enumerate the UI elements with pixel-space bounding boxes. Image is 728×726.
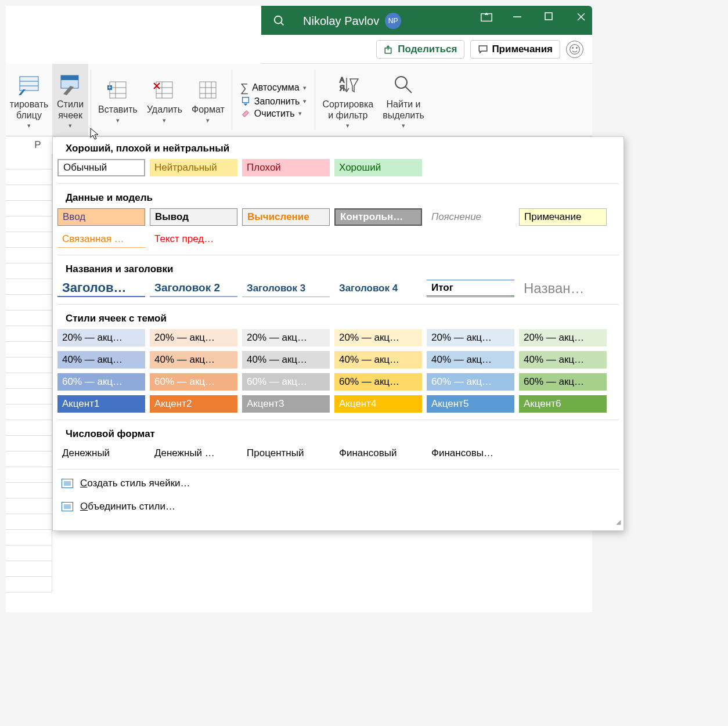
- style-heading2[interactable]: Заголовок 2: [150, 280, 237, 297]
- style-accent-c6-full[interactable]: Акцент6: [519, 395, 607, 413]
- section-title-number: Числовой формат: [53, 422, 624, 445]
- insert-button[interactable]: + Вставить ▾: [93, 64, 142, 136]
- resize-grip-icon[interactable]: ◢: [53, 518, 624, 528]
- style-heading1[interactable]: Заголов…: [57, 280, 145, 297]
- style-input[interactable]: Ввод: [57, 208, 145, 226]
- style-accent-c6-b60[interactable]: 60% — акц…: [519, 373, 607, 391]
- style-accent-c1-b40[interactable]: 40% — акц…: [57, 351, 145, 369]
- style-check[interactable]: Контрольн…: [334, 208, 422, 226]
- style-currency[interactable]: Денежный: [57, 445, 145, 462]
- style-accent-c2-b60[interactable]: 60% — акц…: [150, 373, 237, 391]
- style-financial[interactable]: Финансовый: [334, 445, 422, 462]
- style-accent-c5-b20[interactable]: 20% — акц…: [427, 329, 514, 346]
- user-name: Nikolay Pavlov: [303, 15, 379, 28]
- style-accent-c4-b40[interactable]: 40% — акц…: [334, 351, 422, 369]
- fill-down-icon: [240, 96, 251, 107]
- style-accent-c2-b40[interactable]: 40% — акц…: [150, 351, 237, 369]
- style-currency0[interactable]: Денежный …: [150, 445, 237, 462]
- svg-point-10: [572, 47, 574, 48]
- chevron-down-icon: ▾: [402, 122, 405, 129]
- chevron-down-icon: ▾: [346, 122, 349, 129]
- autosum-button[interactable]: ∑ Автосумма ▾: [240, 81, 307, 95]
- style-accent-c5-b40[interactable]: 40% — акц…: [427, 351, 514, 369]
- editing-group: ∑ Автосумма ▾ Заполнить ▾ Очистить ▾: [235, 64, 313, 136]
- svg-line-39: [405, 86, 412, 93]
- close-button[interactable]: [576, 12, 586, 23]
- search-icon[interactable]: [273, 15, 286, 27]
- app-window: Nikolay Pavlov NP Поделиться: [6, 6, 592, 612]
- style-accent-c1-b60[interactable]: 60% — акц…: [57, 373, 145, 391]
- fill-label: Заполнить: [254, 96, 300, 107]
- cell-styles-button[interactable]: Стили ячеек ▾: [52, 64, 88, 136]
- feedback-icon[interactable]: [566, 41, 583, 58]
- style-accent-c5-b60[interactable]: 60% — акц…: [427, 373, 514, 391]
- svg-rect-29: [200, 82, 216, 98]
- svg-rect-16: [61, 75, 78, 80]
- format-as-table-button[interactable]: тировать блицу ▾: [6, 64, 52, 136]
- merge-styles-icon: [62, 502, 73, 511]
- maximize-button[interactable]: [544, 12, 561, 23]
- svg-line-1: [281, 23, 284, 26]
- user-account[interactable]: Nikolay Pavlov NP: [303, 13, 401, 29]
- style-accent-c4-full[interactable]: Акцент4: [334, 395, 422, 413]
- share-button[interactable]: Поделиться: [376, 40, 464, 59]
- style-accent-c5-full[interactable]: Акцент5: [427, 395, 514, 413]
- ribbon: тировать блицу ▾ Стили ячеек ▾ + Вставит…: [6, 64, 592, 136]
- chevron-down-icon: ▾: [69, 122, 72, 129]
- style-total[interactable]: Итог: [427, 280, 514, 297]
- cell-styles-label: Стили ячеек: [57, 99, 84, 121]
- style-neutral[interactable]: Нейтральный: [150, 159, 237, 176]
- column-header-p[interactable]: P: [23, 139, 52, 151]
- style-heading4[interactable]: Заголовок 4: [334, 280, 422, 297]
- style-explanation[interactable]: Пояснение: [427, 208, 514, 226]
- style-accent-c6-b40[interactable]: 40% — акц…: [519, 351, 607, 369]
- style-accent-c3-b20[interactable]: 20% — акц…: [242, 329, 330, 346]
- style-accent-c2-full[interactable]: Акцент2: [150, 395, 237, 413]
- new-style-button[interactable]: Создать стиль ячейки…: [53, 472, 624, 495]
- style-accent-c1-b20[interactable]: 20% — акц…: [57, 329, 145, 346]
- style-accent-c6-b20[interactable]: 20% — акц…: [519, 329, 607, 346]
- style-title[interactable]: Назван…: [519, 280, 607, 297]
- style-linked[interactable]: Связанная …: [57, 230, 145, 248]
- find-select-button[interactable]: Найти и выделить ▾: [378, 64, 429, 136]
- fill-button[interactable]: Заполнить ▾: [240, 96, 307, 107]
- style-note[interactable]: Примечание: [519, 208, 607, 226]
- sort-filter-button[interactable]: АЯ Сортировка и фильтр ▾: [318, 64, 378, 136]
- minimize-button[interactable]: [512, 12, 529, 23]
- chevron-down-icon: ▾: [163, 117, 166, 124]
- style-accent-c2-b20[interactable]: 20% — акц…: [150, 329, 237, 346]
- style-heading3[interactable]: Заголовок 3: [242, 280, 330, 297]
- share-label: Поделиться: [398, 44, 457, 55]
- avatar: NP: [385, 13, 401, 29]
- style-calculation[interactable]: Вычисление: [242, 208, 330, 226]
- style-accent-c4-b60[interactable]: 60% — акц…: [334, 373, 422, 391]
- sigma-icon: ∑: [240, 81, 248, 95]
- delete-button[interactable]: Удалить ▾: [142, 64, 187, 136]
- clear-button[interactable]: Очистить ▾: [240, 109, 307, 119]
- style-output[interactable]: Вывод: [150, 208, 237, 226]
- style-bad[interactable]: Плохой: [242, 159, 330, 176]
- merge-styles-button[interactable]: Объединить стили…: [53, 495, 624, 518]
- style-accent-c3-b60[interactable]: 60% — акц…: [242, 373, 330, 391]
- ribbon-mode-icon[interactable]: [480, 12, 498, 23]
- new-style-label: Создать стиль ячейки…: [80, 478, 190, 489]
- chevron-down-icon: ▾: [298, 110, 302, 117]
- format-button[interactable]: Формат ▾: [187, 64, 229, 136]
- merge-styles-label: Объединить стили…: [80, 501, 175, 512]
- svg-text:Я: Я: [340, 84, 345, 92]
- style-normal[interactable]: Обычный: [57, 159, 145, 176]
- svg-point-0: [275, 16, 282, 24]
- style-financial0[interactable]: Финансовы…: [427, 445, 514, 462]
- style-warning[interactable]: Текст пред…: [150, 230, 237, 248]
- format-label: Формат: [192, 104, 225, 115]
- comments-button[interactable]: Примечания: [470, 40, 560, 59]
- style-accent-c4-b20[interactable]: 20% — акц…: [334, 329, 422, 346]
- comments-label: Примечания: [492, 44, 553, 55]
- style-good[interactable]: Хороший: [334, 159, 422, 176]
- style-accent-c1-full[interactable]: Акцент1: [57, 395, 145, 413]
- style-accent-c3-full[interactable]: Акцент3: [242, 395, 330, 413]
- svg-point-9: [570, 44, 580, 54]
- style-percent[interactable]: Процентный: [242, 445, 330, 462]
- style-accent-c3-b40[interactable]: 40% — акц…: [242, 351, 330, 369]
- sort-filter-label: Сортировка и фильтр: [322, 99, 373, 121]
